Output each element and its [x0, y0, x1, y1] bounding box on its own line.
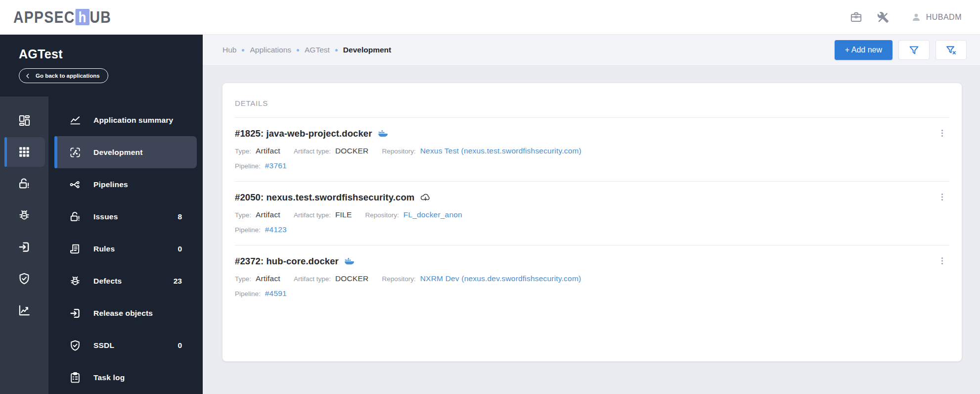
artifact-type-label: Artifact type: [294, 148, 331, 155]
count-badge: 0 [178, 341, 182, 350]
count-badge: 0 [178, 245, 182, 253]
kebab-icon [937, 192, 947, 202]
bug-icon [68, 275, 82, 288]
artifact-title: #1825: java-web-project.docker [235, 128, 372, 139]
rail-item-issues[interactable] [0, 168, 48, 199]
rail-item-dashboard[interactable] [0, 104, 48, 136]
go-back-button[interactable]: Go back to applications [19, 68, 108, 83]
enter-icon [68, 307, 82, 320]
rail-item-release[interactable] [0, 231, 48, 263]
repository-label: Repository: [365, 211, 399, 219]
card-menu-button[interactable] [935, 189, 949, 205]
filter-icon [908, 44, 920, 56]
scroll-icon [68, 243, 82, 255]
clear-filter-button[interactable] [935, 40, 967, 60]
chevron-left-icon [24, 72, 32, 80]
breadcrumb-applications[interactable]: Applications [250, 46, 291, 54]
count-badge: 23 [174, 277, 182, 286]
dashboard-icon [18, 114, 31, 127]
kebab-icon [937, 255, 947, 266]
artifact-type-label: Artifact type: [294, 211, 331, 219]
main-area: Hub Applications AGTest Development + Ad… [203, 35, 980, 394]
username: HUBADM [926, 13, 962, 22]
breadcrumb-hub[interactable]: Hub [223, 46, 236, 54]
rail-item-applications[interactable] [0, 136, 48, 168]
kebab-icon [937, 128, 947, 139]
sidebar-item-rules[interactable]: Rules 0 [54, 233, 197, 265]
lock-open-alert-icon [68, 210, 82, 223]
artifact-card: #1825: java-web-project.docker Type:Arti… [235, 118, 949, 181]
rail-item-reports[interactable] [0, 295, 48, 326]
sidebar-item-release-objects[interactable]: Release objects [54, 297, 197, 329]
app-name: AGTest [19, 47, 203, 61]
app-header: APPSEC h UB HUBADM [0, 0, 980, 35]
sidebar: AGTest Go back to applications Applicati… [0, 35, 203, 394]
sidebar-menu: Application summary Development Pipeline… [48, 97, 203, 394]
briefcase-icon[interactable] [849, 10, 863, 24]
logo-h-badge: h [75, 9, 89, 25]
sidebar-item-application-summary[interactable]: Application summary [54, 104, 197, 136]
add-new-button[interactable]: + Add new [835, 40, 892, 60]
sidebar-item-ssdl[interactable]: SSDL 0 [54, 329, 197, 361]
go-back-label: Go back to applications [36, 73, 100, 79]
icon-rail [0, 97, 48, 394]
breadcrumb: Hub Applications AGTest Development [223, 46, 391, 54]
artifact-card: #2372: hub-core.docker Type:Artifact Art… [235, 246, 949, 309]
type-label: Type: [235, 148, 251, 155]
sidebar-item-issues[interactable]: Issues 8 [54, 200, 197, 233]
tools-icon[interactable] [877, 10, 890, 24]
repository-link[interactable]: NXRM Dev (nexus.dev.swordfishsecurity.co… [420, 274, 581, 283]
card-menu-button[interactable] [935, 125, 949, 142]
artifact-card: #2050: nexus.test.swordfishsecurity.com … [235, 182, 949, 245]
sidebar-item-task-log[interactable]: Task log [54, 361, 197, 394]
breadcrumb-agtest[interactable]: AGTest [305, 46, 330, 54]
pipeline-label: Pipeline: [235, 290, 261, 297]
type-value: Artifact [256, 274, 280, 283]
artifact-type-label: Artifact type: [294, 275, 331, 283]
details-heading: DETAILS [235, 83, 949, 117]
pipeline-link[interactable]: #4591 [265, 289, 287, 298]
sidebar-item-development[interactable]: Development [54, 136, 197, 168]
artifact-title: #2372: hub-core.docker [235, 256, 339, 267]
sidebar-item-pipelines[interactable]: Pipelines [54, 168, 197, 200]
docker-whale-icon [378, 130, 388, 138]
details-panel: DETAILS #1825: java-web-project.docker T… [223, 83, 962, 361]
artifact-type-value: DOCKER [335, 147, 369, 155]
breadcrumb-current: Development [343, 46, 391, 54]
type-label: Type: [235, 211, 251, 219]
app-logo[interactable]: APPSEC h UB [13, 8, 111, 27]
breadcrumb-separator-dot [297, 49, 299, 51]
bug-icon [17, 208, 31, 222]
count-badge: 8 [178, 212, 182, 221]
shield-check-icon [17, 272, 31, 286]
artifact-type-value: FILE [335, 210, 352, 219]
artifact-title: #2050: nexus.test.swordfishsecurity.com [235, 192, 414, 203]
breadcrumb-separator-dot [335, 49, 338, 51]
line-chart-icon [68, 114, 82, 127]
enter-icon [17, 240, 31, 254]
logo-text-pre: APPSEC [13, 8, 75, 27]
user-icon [911, 12, 922, 23]
chart-icon [17, 303, 31, 317]
repository-label: Repository: [382, 148, 415, 155]
filter-button[interactable] [898, 40, 930, 60]
type-value: Artifact [256, 210, 280, 219]
card-menu-button[interactable] [935, 252, 949, 269]
clipboard-icon [68, 371, 82, 384]
shield-check-icon [68, 339, 82, 352]
page-toolbar: Hub Applications AGTest Development + Ad… [203, 35, 980, 66]
rail-item-ssdl[interactable] [0, 263, 48, 295]
rail-item-defects[interactable] [0, 199, 48, 231]
type-label: Type: [235, 275, 251, 283]
repository-link[interactable]: FL_docker_anon [403, 210, 462, 219]
pipeline-label: Pipeline: [235, 162, 261, 170]
apps-grid-icon [18, 146, 31, 158]
pipeline-link[interactable]: #4123 [265, 225, 287, 234]
user-menu[interactable]: HUBADM [911, 12, 962, 23]
pipeline-link[interactable]: #3761 [265, 161, 287, 170]
lock-open-alert-icon [17, 177, 31, 191]
breadcrumb-separator-dot [242, 49, 244, 51]
cloud-download-icon [420, 192, 431, 203]
repository-link[interactable]: Nexus Test (nexus.test.swordfishsecurity… [420, 147, 581, 155]
sidebar-item-defects[interactable]: Defects 23 [54, 265, 197, 297]
